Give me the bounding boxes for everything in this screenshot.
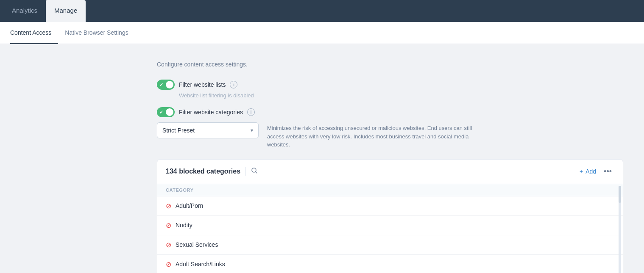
table-header: CATEGORY bbox=[157, 184, 623, 196]
filter-categories-label: Filter website categories bbox=[179, 109, 243, 116]
categories-title-area: 134 blocked categories bbox=[166, 167, 258, 176]
search-icon[interactable] bbox=[251, 167, 258, 176]
category-name: Nudity bbox=[176, 222, 192, 229]
top-nav: Analytics Manage bbox=[0, 0, 644, 22]
category-name: Sexual Services bbox=[176, 241, 218, 248]
tab-native-browser[interactable]: Native Browser Settings bbox=[58, 22, 135, 44]
filter-lists-sublabel: Website list filtering is disabled bbox=[179, 92, 644, 99]
add-label: Add bbox=[585, 168, 596, 175]
category-column-header: CATEGORY bbox=[166, 188, 194, 193]
block-icon: ⊘ bbox=[166, 221, 171, 229]
preset-dropdown[interactable]: Strict Preset ▾ bbox=[157, 122, 259, 138]
scrollbar-track bbox=[619, 186, 621, 273]
block-icon: ⊘ bbox=[166, 241, 171, 249]
sub-nav: Content Access Native Browser Settings bbox=[0, 22, 644, 44]
filter-lists-row: ✓ Filter website lists i bbox=[157, 80, 644, 90]
config-description: Configure content access settings. bbox=[157, 61, 644, 68]
categories-actions: + Add ••• bbox=[580, 166, 614, 177]
categories-header: 134 blocked categories + Add ••• bbox=[157, 160, 623, 184]
filter-categories-info-icon[interactable]: i bbox=[247, 108, 255, 116]
filter-lists-toggle[interactable]: ✓ bbox=[157, 80, 175, 90]
categories-body: CATEGORY ⊘ Adult/Porn ⊘ Nudity ⊘ Sexual … bbox=[157, 184, 623, 273]
block-icon: ⊘ bbox=[166, 202, 171, 210]
table-row: ⊘ Sexual Services bbox=[157, 235, 623, 255]
table-row: ⊘ Adult/Porn bbox=[157, 196, 623, 216]
filter-categories-toggle[interactable]: ✓ bbox=[157, 107, 175, 117]
preset-value: Strict Preset bbox=[162, 127, 195, 134]
main-content: Configure content access settings. ✓ Fil… bbox=[0, 44, 644, 273]
block-icon: ⊘ bbox=[166, 260, 171, 268]
filter-lists-info-icon[interactable]: i bbox=[230, 81, 237, 88]
scrollbar-thumb[interactable] bbox=[619, 186, 621, 203]
table-row: ⊘ Adult Search/Links bbox=[157, 255, 623, 273]
filter-categories-row: ✓ Filter website categories i bbox=[157, 107, 644, 117]
table-row: ⊘ Nudity bbox=[157, 216, 623, 235]
tab-content-access[interactable]: Content Access bbox=[10, 22, 58, 44]
preset-description: Minimizes the risk of accessing unsecure… bbox=[267, 122, 479, 149]
tab-manage[interactable]: Manage bbox=[46, 0, 86, 22]
categories-title: 134 blocked categories bbox=[166, 168, 240, 175]
category-name: Adult Search/Links bbox=[176, 261, 225, 267]
category-name: Adult/Porn bbox=[176, 202, 203, 209]
divider bbox=[245, 167, 246, 176]
plus-icon: + bbox=[580, 168, 583, 175]
tab-analytics[interactable]: Analytics bbox=[3, 0, 46, 22]
more-options-button[interactable]: ••• bbox=[601, 166, 614, 177]
add-button[interactable]: + Add bbox=[580, 168, 596, 175]
categories-container: 134 blocked categories + Add ••• bbox=[157, 159, 623, 273]
filter-lists-label: Filter website lists bbox=[179, 81, 226, 88]
preset-wrapper: Strict Preset ▾ Minimizes the risk of ac… bbox=[157, 122, 644, 149]
svg-line-1 bbox=[256, 172, 257, 174]
chevron-down-icon: ▾ bbox=[251, 127, 253, 133]
